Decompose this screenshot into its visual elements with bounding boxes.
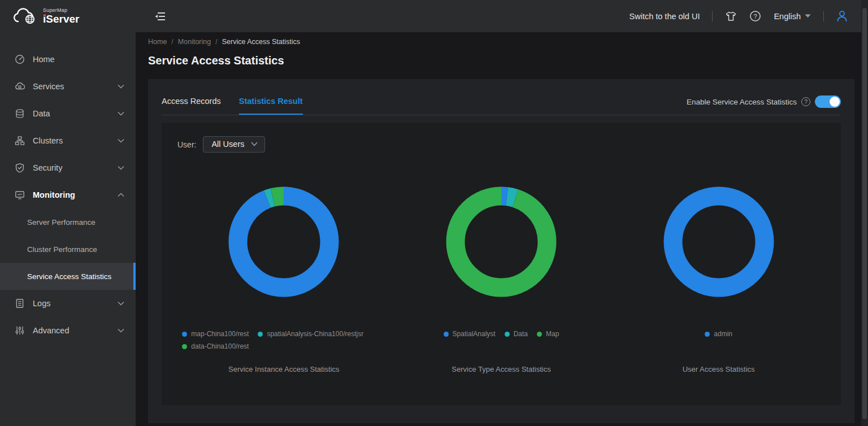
brand-text: SuperMap iServer	[43, 8, 79, 24]
legend-item-data[interactable]: Data	[505, 330, 528, 338]
sidebar-item-clusters[interactable]: Clusters	[0, 127, 136, 154]
logo-red-dot	[44, 14, 46, 16]
donut-slice-map[interactable]: Map: 95%	[455, 196, 547, 288]
sidebar-nav: HomeServicesDataClustersSecurityMonitori…	[0, 32, 136, 344]
legend-item-spatialanalysis-china100-restjsr[interactable]: spatialAnalysis-China100/restjsr	[258, 330, 363, 338]
statistics-card: Access Records Statistics Result Enable …	[148, 79, 854, 423]
sidebar-item-server-performance[interactable]: Server Performance	[0, 208, 136, 236]
chevron-down-icon	[118, 111, 124, 116]
chevron-down-icon	[118, 138, 124, 143]
legend-dot-icon	[182, 344, 187, 349]
services-icon	[15, 81, 25, 92]
sidebar-item-label: Security	[33, 163, 118, 172]
sidebar-item-cluster-performance[interactable]: Cluster Performance	[0, 236, 136, 263]
chevron-down-icon	[118, 328, 124, 333]
legend-label: Data	[514, 330, 528, 338]
donut-slice-admin[interactable]: admin: 100%	[673, 196, 765, 288]
chevron-up-icon	[118, 193, 124, 197]
chevron-down-icon	[118, 84, 124, 89]
enable-statistics-label: Enable Service Access Statistics	[687, 98, 797, 106]
legend-dot-icon	[705, 332, 710, 337]
legend-dot-icon	[537, 332, 542, 337]
chevron-down-icon	[118, 111, 124, 116]
legend-dot-icon	[182, 332, 187, 337]
sidebar-item-services[interactable]: Services	[0, 73, 136, 100]
language-label: English	[774, 12, 801, 21]
home-icon	[15, 54, 25, 64]
sidebar-item-service-access-statistics[interactable]: Service Access Statistics	[0, 263, 136, 290]
chevron-down-icon	[118, 166, 124, 170]
donut-svg: map-China100/rest: 94%spatialAnalysis-Ch…	[227, 185, 340, 298]
legend-item-map-china100-rest[interactable]: map-China100/rest	[182, 330, 249, 338]
breadcrumb: Home/Monitoring/Service Access Statistic…	[148, 38, 854, 46]
tab-access-records[interactable]: Access Records	[162, 97, 221, 115]
chart-title: Service Instance Access Statistics	[228, 365, 340, 373]
sidebar-collapse-icon[interactable]	[151, 8, 168, 24]
sidebar-item-logs[interactable]: Logs	[0, 290, 136, 317]
legend-dot-icon	[505, 332, 510, 337]
brand-iserver: iServer	[43, 14, 79, 24]
theme-skin-icon[interactable]	[725, 11, 737, 22]
user-account-icon[interactable]	[836, 10, 848, 22]
sidebar-item-label: Services	[33, 82, 118, 91]
sidebar-item-data[interactable]: Data	[0, 100, 136, 127]
clusters-icon	[15, 136, 25, 146]
toggle-knob	[830, 97, 840, 107]
sidebar-item-monitoring[interactable]: Monitoring	[0, 181, 136, 208]
chevron-down-icon	[118, 84, 124, 89]
data-icon	[15, 108, 25, 119]
donut-chart-service-instance-access-statistics: map-China100/rest: 94%spatialAnalysis-Ch…	[175, 185, 393, 373]
help-icon[interactable]: ?	[749, 10, 761, 22]
legend-item-data-china100-rest[interactable]: data-China100/rest	[182, 342, 249, 350]
brand-logo[interactable]: SuperMap iServer	[0, 8, 136, 25]
breadcrumb-item-home[interactable]: Home	[148, 38, 167, 46]
topbar-divider	[823, 11, 824, 21]
donut-chart-service-type-access-statistics: SpatialAnalyst: 2%Data: 3%Map: 95%Spatia…	[393, 185, 610, 373]
legend-item-admin[interactable]: admin	[705, 330, 732, 338]
donut-svg: SpatialAnalyst: 2%Data: 3%Map: 95%	[445, 185, 558, 298]
legend-item-spatialanalyst[interactable]: SpatialAnalyst	[444, 330, 496, 338]
sidebar-item-home[interactable]: Home	[0, 46, 136, 73]
enable-statistics-toggle[interactable]	[815, 95, 841, 108]
language-selector[interactable]: English	[774, 12, 811, 21]
monitoring-icon	[15, 190, 25, 200]
page-title: Service Access Statistics	[148, 54, 854, 67]
topbar: SuperMap iServer Switch to the old UI ? …	[0, 0, 868, 32]
brand-supermap: SuperMap	[43, 8, 79, 13]
scrollbar-thumb[interactable]	[862, 8, 867, 419]
donut-slice-map-china100-rest[interactable]: map-China100/rest: 94%	[238, 196, 329, 288]
legend-label: Map	[546, 330, 559, 338]
legend-label: data-China100/rest	[191, 342, 249, 350]
legend-box: SpatialAnalystDataMap	[444, 330, 559, 356]
chevron-down-icon	[251, 142, 258, 146]
sidebar-item-label: Data	[33, 109, 118, 118]
main-content: Home/Monitoring/Service Access Statistic…	[136, 32, 868, 426]
breadcrumb-separator: /	[171, 38, 173, 46]
tab-statistics-result[interactable]: Statistics Result	[239, 97, 303, 115]
sidebar-item-security[interactable]: Security	[0, 154, 136, 181]
switch-old-ui-link[interactable]: Switch to the old UI	[630, 12, 700, 21]
legend-item-map[interactable]: Map	[537, 330, 559, 338]
legend-dot-icon	[444, 332, 449, 337]
chevron-down-icon	[118, 328, 124, 333]
breadcrumb-separator: /	[215, 38, 217, 46]
sidebar-item-advanced[interactable]: Advanced	[0, 317, 136, 344]
legend-box: map-China100/restspatialAnalysis-China10…	[182, 330, 385, 356]
legend-label: map-China100/rest	[191, 330, 249, 338]
sidebar-subitem-label: Server Performance	[27, 218, 96, 227]
question-help-icon[interactable]: ?	[801, 97, 810, 106]
user-filter-value: All Users	[211, 140, 244, 149]
sidebar-subitem-label: Cluster Performance	[27, 245, 97, 254]
vertical-scrollbar[interactable]	[861, 0, 868, 426]
chevron-down-icon	[118, 166, 124, 170]
breadcrumb-item-service-access-statistics: Service Access Statistics	[222, 38, 300, 46]
chevron-down-icon	[118, 301, 124, 306]
user-filter-dropdown[interactable]: All Users	[203, 136, 265, 153]
cloud-logo-icon	[12, 8, 37, 25]
chevron-down-icon	[118, 138, 124, 143]
breadcrumb-item-monitoring[interactable]: Monitoring	[178, 38, 211, 46]
legend-label: admin	[714, 330, 732, 338]
legend-label: SpatialAnalyst	[453, 330, 496, 338]
sidebar-subitem-label: Service Access Statistics	[27, 272, 111, 281]
svg-text:?: ?	[754, 13, 757, 20]
